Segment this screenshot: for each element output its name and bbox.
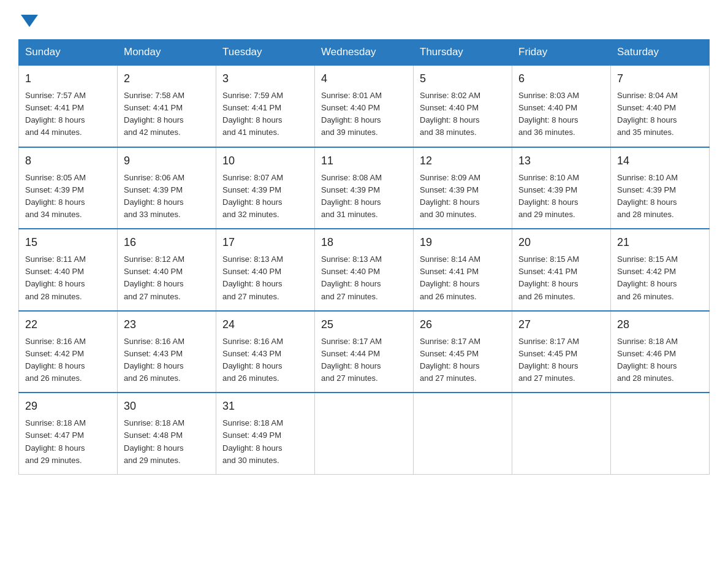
calendar-cell: 15Sunrise: 8:11 AMSunset: 4:40 PMDayligh… [19,229,118,311]
column-header-tuesday: Tuesday [216,40,315,66]
day-info: Sunrise: 8:18 AMSunset: 4:49 PMDaylight:… [222,417,308,467]
day-info: Sunrise: 8:10 AMSunset: 4:39 PMDaylight:… [518,172,604,221]
calendar-cell: 24Sunrise: 8:16 AMSunset: 4:43 PMDayligh… [216,311,315,393]
day-info: Sunrise: 8:18 AMSunset: 4:46 PMDaylight:… [617,335,703,385]
day-info: Sunrise: 8:16 AMSunset: 4:42 PMDaylight:… [25,335,111,385]
calendar-cell: 29Sunrise: 8:18 AMSunset: 4:47 PMDayligh… [19,393,118,474]
day-number: 22 [25,316,111,333]
calendar-cell: 26Sunrise: 8:17 AMSunset: 4:45 PMDayligh… [414,311,512,393]
calendar-week-row: 15Sunrise: 8:11 AMSunset: 4:40 PMDayligh… [19,229,710,311]
calendar-cell: 30Sunrise: 8:18 AMSunset: 4:48 PMDayligh… [118,393,216,474]
day-number: 30 [124,398,210,415]
day-info: Sunrise: 8:17 AMSunset: 4:45 PMDaylight:… [518,335,604,385]
calendar-cell: 4Sunrise: 8:01 AMSunset: 4:40 PMDaylight… [315,65,414,147]
day-info: Sunrise: 8:13 AMSunset: 4:40 PMDaylight:… [222,253,308,303]
calendar-cell: 18Sunrise: 8:13 AMSunset: 4:40 PMDayligh… [315,229,414,311]
day-number: 2 [124,71,210,87]
day-number: 11 [321,153,407,169]
calendar-cell: 6Sunrise: 8:03 AMSunset: 4:40 PMDaylight… [512,65,611,147]
day-info: Sunrise: 8:18 AMSunset: 4:47 PMDaylight:… [25,417,111,467]
day-number: 26 [420,316,506,333]
calendar-cell: 31Sunrise: 8:18 AMSunset: 4:49 PMDayligh… [216,393,315,474]
day-info: Sunrise: 8:03 AMSunset: 4:40 PMDaylight:… [518,90,604,139]
calendar-cell: 2Sunrise: 7:58 AMSunset: 4:41 PMDaylight… [118,65,216,147]
day-number: 25 [321,316,407,333]
logo [18,12,38,27]
day-info: Sunrise: 8:09 AMSunset: 4:39 PMDaylight:… [420,172,506,221]
calendar-cell: 13Sunrise: 8:10 AMSunset: 4:39 PMDayligh… [512,147,611,229]
calendar-cell: 19Sunrise: 8:14 AMSunset: 4:41 PMDayligh… [414,229,512,311]
day-info: Sunrise: 8:14 AMSunset: 4:41 PMDaylight:… [420,253,506,303]
day-info: Sunrise: 8:08 AMSunset: 4:39 PMDaylight:… [321,172,407,221]
calendar-cell: 28Sunrise: 8:18 AMSunset: 4:46 PMDayligh… [611,311,710,393]
day-info: Sunrise: 8:06 AMSunset: 4:39 PMDaylight:… [124,172,210,221]
day-number: 24 [222,316,308,333]
day-info: Sunrise: 7:58 AMSunset: 4:41 PMDaylight:… [124,90,210,139]
day-number: 16 [124,234,210,251]
day-number: 23 [124,316,210,333]
day-number: 27 [518,316,604,333]
calendar-cell: 1Sunrise: 7:57 AMSunset: 4:41 PMDaylight… [19,65,118,147]
day-number: 8 [25,153,111,169]
calendar-week-row: 1Sunrise: 7:57 AMSunset: 4:41 PMDaylight… [19,65,710,147]
day-number: 10 [222,153,308,169]
day-number: 5 [420,71,506,87]
calendar-cell: 21Sunrise: 8:15 AMSunset: 4:42 PMDayligh… [611,229,710,311]
calendar-cell: 8Sunrise: 8:05 AMSunset: 4:39 PMDaylight… [19,147,118,229]
day-number: 13 [518,153,604,169]
column-header-monday: Monday [118,40,216,66]
calendar-cell: 11Sunrise: 8:08 AMSunset: 4:39 PMDayligh… [315,147,414,229]
day-number: 12 [420,153,506,169]
calendar-cell: 23Sunrise: 8:16 AMSunset: 4:43 PMDayligh… [118,311,216,393]
day-info: Sunrise: 7:59 AMSunset: 4:41 PMDaylight:… [222,90,308,139]
column-header-wednesday: Wednesday [315,40,414,66]
column-header-friday: Friday [512,40,611,66]
calendar-cell: 14Sunrise: 8:10 AMSunset: 4:39 PMDayligh… [611,147,710,229]
day-info: Sunrise: 8:17 AMSunset: 4:44 PMDaylight:… [321,335,407,385]
calendar-cell: 16Sunrise: 8:12 AMSunset: 4:40 PMDayligh… [118,229,216,311]
day-info: Sunrise: 8:17 AMSunset: 4:45 PMDaylight:… [420,335,506,385]
calendar-cell: 27Sunrise: 8:17 AMSunset: 4:45 PMDayligh… [512,311,611,393]
calendar-cell [512,393,611,474]
calendar-cell [414,393,512,474]
calendar-table: SundayMondayTuesdayWednesdayThursdayFrid… [18,39,710,475]
calendar-cell: 9Sunrise: 8:06 AMSunset: 4:39 PMDaylight… [118,147,216,229]
day-number: 17 [222,234,308,251]
day-number: 15 [25,234,111,251]
day-info: Sunrise: 7:57 AMSunset: 4:41 PMDaylight:… [25,90,111,139]
calendar-cell: 5Sunrise: 8:02 AMSunset: 4:40 PMDaylight… [414,65,512,147]
column-header-sunday: Sunday [19,40,118,66]
day-info: Sunrise: 8:02 AMSunset: 4:40 PMDaylight:… [420,90,506,139]
day-info: Sunrise: 8:05 AMSunset: 4:39 PMDaylight:… [25,172,111,221]
day-number: 7 [617,71,703,87]
calendar-cell: 10Sunrise: 8:07 AMSunset: 4:39 PMDayligh… [216,147,315,229]
day-number: 28 [617,316,703,333]
day-info: Sunrise: 8:12 AMSunset: 4:40 PMDaylight:… [124,253,210,303]
day-info: Sunrise: 8:11 AMSunset: 4:40 PMDaylight:… [25,253,111,303]
day-number: 3 [222,71,308,87]
calendar-cell: 17Sunrise: 8:13 AMSunset: 4:40 PMDayligh… [216,229,315,311]
day-number: 1 [25,71,111,87]
day-number: 14 [617,153,703,169]
day-number: 9 [124,153,210,169]
day-number: 19 [420,234,506,251]
day-number: 18 [321,234,407,251]
calendar-cell: 7Sunrise: 8:04 AMSunset: 4:40 PMDaylight… [611,65,710,147]
day-info: Sunrise: 8:07 AMSunset: 4:39 PMDaylight:… [222,172,308,221]
day-info: Sunrise: 8:04 AMSunset: 4:40 PMDaylight:… [617,90,703,139]
day-info: Sunrise: 8:13 AMSunset: 4:40 PMDaylight:… [321,253,407,303]
day-info: Sunrise: 8:01 AMSunset: 4:40 PMDaylight:… [321,90,407,139]
day-number: 20 [518,234,604,251]
day-info: Sunrise: 8:18 AMSunset: 4:48 PMDaylight:… [124,417,210,467]
calendar-week-row: 22Sunrise: 8:16 AMSunset: 4:42 PMDayligh… [19,311,710,393]
calendar-cell: 3Sunrise: 7:59 AMSunset: 4:41 PMDaylight… [216,65,315,147]
day-number: 4 [321,71,407,87]
calendar-cell: 22Sunrise: 8:16 AMSunset: 4:42 PMDayligh… [19,311,118,393]
column-header-thursday: Thursday [414,40,512,66]
day-info: Sunrise: 8:15 AMSunset: 4:41 PMDaylight:… [518,253,604,303]
day-number: 6 [518,71,604,87]
calendar-week-row: 8Sunrise: 8:05 AMSunset: 4:39 PMDaylight… [19,147,710,229]
calendar-cell: 12Sunrise: 8:09 AMSunset: 4:39 PMDayligh… [414,147,512,229]
column-header-saturday: Saturday [611,40,710,66]
calendar-cell [315,393,414,474]
